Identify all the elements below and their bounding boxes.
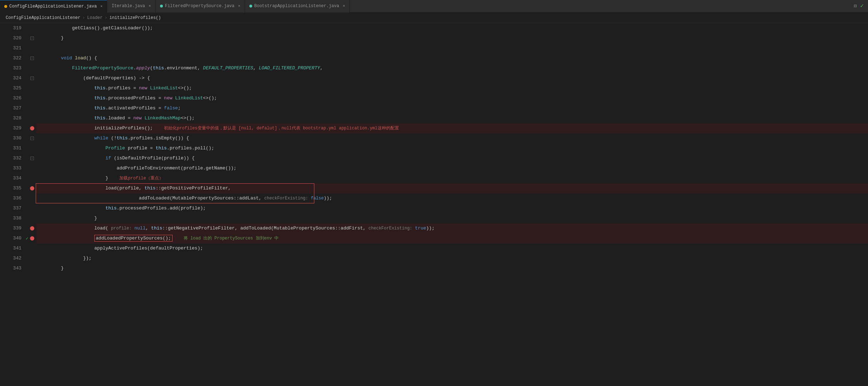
code-line-341: 341 applyActiveProfiles(defaultPropertie…	[0, 243, 868, 253]
line-number-339: 339	[0, 223, 29, 233]
tab-dot-orange	[4, 5, 7, 8]
code-content-322: void load() {	[36, 53, 868, 63]
gutter-325	[29, 83, 36, 93]
code-content-340: addLoadedPropertySources(); 将 load 出的 Pr…	[36, 233, 868, 243]
line-number-323: 323	[0, 63, 29, 73]
tab-label-3: FilteredPropertySource.java	[165, 4, 234, 9]
inline-comment-329: 初始化profiles变量中的值，默认是 [null, defalut]，nul…	[164, 126, 399, 131]
gutter-330: −	[29, 133, 36, 143]
code-line-330: 330− while (!this.profiles.isEmpty()) {	[0, 133, 868, 143]
split-editor-icon[interactable]: ⊟	[854, 3, 857, 9]
breakpoint-329[interactable]	[30, 126, 34, 130]
tab-config-file[interactable]: ConfigFileApplicationListener.java ×	[0, 0, 107, 13]
breadcrumb-part-3[interactable]: initializeProfiles()	[109, 15, 161, 20]
breadcrumb-sep-2: ›	[105, 15, 107, 20]
fold-icon-330[interactable]: −	[30, 137, 34, 140]
fold-icon-320[interactable]: −	[30, 36, 34, 40]
breakpoint-335[interactable]	[30, 186, 34, 190]
code-line-342: 342 });	[0, 253, 868, 263]
line-number-329: 329	[0, 123, 29, 133]
line-number-330: 330	[0, 133, 29, 143]
code-content-338: }	[36, 213, 868, 223]
line-number-325: 325	[0, 83, 29, 93]
code-content-326: this.processedProfiles = new LinkedList<…	[36, 93, 868, 103]
code-line-326: 326 this.processedProfiles = new LinkedL…	[0, 93, 868, 103]
line-number-341: 341	[0, 243, 29, 253]
gutter-326	[29, 93, 36, 103]
breadcrumb: ConfigFileApplicationListener › Loader ›…	[0, 13, 868, 23]
code-content-328: this.loaded = new LinkedHashMap<>();	[36, 113, 868, 123]
line-number-331: 331	[0, 143, 29, 153]
code-content-335: load(profile, this::getPositiveProfileFi…	[36, 183, 868, 193]
gutter-343	[29, 263, 36, 273]
gutter-336	[29, 193, 36, 203]
gutter-324: −	[29, 73, 36, 83]
gutter-339	[29, 223, 36, 233]
tab-bootstrap-listener[interactable]: BootstrapApplicationListener.java ×	[245, 0, 350, 13]
fold-icon-324[interactable]: −	[30, 76, 34, 80]
code-line-339: 339 load( profile: null, this::getNegati…	[0, 223, 868, 233]
gutter-319	[29, 23, 36, 33]
line-number-326: 326	[0, 93, 29, 103]
gutter-338	[29, 213, 36, 223]
fold-icon-332[interactable]: −	[30, 157, 34, 160]
tab-dot-teal-4	[249, 5, 252, 8]
code-content-329: initializeProfiles(); 初始化profiles变量中的值，默…	[36, 123, 868, 133]
check-mark-icon: ✓	[860, 2, 864, 9]
gutter-327	[29, 103, 36, 113]
gutter-334	[29, 173, 36, 183]
breakpoint-340[interactable]	[30, 236, 34, 241]
gutter-333	[29, 163, 36, 173]
code-line-320: 320− }	[0, 33, 868, 43]
breadcrumb-part-1[interactable]: ConfigFileApplicationListener	[6, 15, 80, 20]
line-number-321: 321	[0, 43, 29, 53]
gutter-331	[29, 143, 36, 153]
tab-close-1[interactable]: ×	[100, 4, 103, 9]
code-content-336: addToLoaded(MutablePropertySources::addL…	[36, 193, 868, 203]
code-line-338: 338 }	[0, 213, 868, 223]
line-number-327: 327	[0, 103, 29, 113]
code-content-327: this.activatedProfiles = false;	[36, 103, 868, 113]
tab-label-1: ConfigFileApplicationListener.java	[9, 4, 97, 9]
code-content-325: this.profiles = new LinkedList<>();	[36, 83, 868, 93]
tab-iterable[interactable]: Iterable.java ×	[107, 0, 155, 13]
line-number-337: 337	[0, 203, 29, 213]
tab-close-4[interactable]: ×	[343, 4, 345, 8]
code-line-323: 323 FilteredPropertySource.apply(this.en…	[0, 63, 868, 73]
breadcrumb-part-2[interactable]: Loader	[87, 15, 103, 20]
check-mark-340: ✓	[26, 236, 28, 241]
gutter-322: −	[29, 53, 36, 63]
code-content-331: Profile profile = this.profiles.poll();	[36, 143, 868, 153]
code-line-335: 335 load(profile, this::getPositiveProfi…	[0, 183, 868, 193]
line-number-319: 319	[0, 23, 29, 33]
line-number-320: 320	[0, 33, 29, 43]
tab-close-3[interactable]: ×	[238, 4, 240, 8]
tab-dot-teal-3	[160, 5, 163, 8]
code-line-328: 328 this.loaded = new LinkedHashMap<>();	[0, 113, 868, 123]
code-line-327: 327 this.activatedProfiles = false;	[0, 103, 868, 113]
line-number-332: 332	[0, 153, 29, 163]
gutter-323	[29, 63, 36, 73]
code-line-329: 329 initializeProfiles(); 初始化profiles变量中…	[0, 123, 868, 133]
line-number-334: 334	[0, 173, 29, 183]
tab-filtered-property[interactable]: FilteredPropertySource.java ×	[156, 0, 245, 13]
inline-comment-334: 加载profile（重点）	[119, 176, 163, 181]
code-editor: 319 getClass().getClassLoader());320− }3…	[0, 23, 868, 273]
tab-label-4: BootstrapApplicationListener.java	[254, 4, 339, 9]
line-number-328: 328	[0, 113, 29, 123]
fold-icon-322[interactable]: −	[30, 56, 34, 60]
gutter-332: −	[29, 153, 36, 163]
line-number-338: 338	[0, 213, 29, 223]
line-number-333: 333	[0, 163, 29, 173]
code-content-324: (defaultProperties) -> {	[36, 73, 868, 83]
gutter-342	[29, 253, 36, 263]
code-content-321	[36, 43, 868, 53]
gutter-328	[29, 113, 36, 123]
breakpoint-339[interactable]	[30, 226, 34, 231]
gutter-320: −	[29, 33, 36, 43]
code-content-332: if (isDefaultProfile(profile)) {	[36, 153, 868, 163]
tab-close-2[interactable]: ×	[149, 4, 151, 8]
code-content-339: load( profile: null, this::getNegativePr…	[36, 223, 868, 233]
code-content-342: });	[36, 253, 868, 263]
line-number-324: 324	[0, 73, 29, 83]
